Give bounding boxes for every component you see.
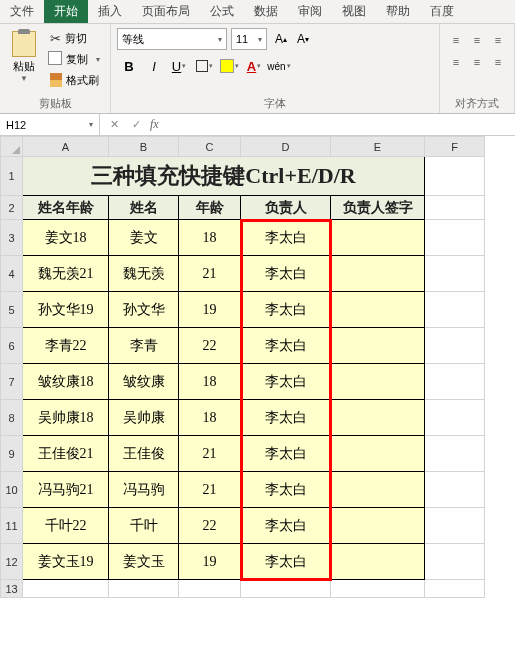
cell[interactable]	[331, 544, 425, 580]
font-name-select[interactable]: 等线▾	[117, 28, 227, 50]
table-header[interactable]: 负责人	[241, 196, 331, 220]
cell[interactable]: 李太白	[241, 508, 331, 544]
col-header-C[interactable]: C	[179, 137, 241, 157]
cell[interactable]	[331, 364, 425, 400]
cell[interactable]: 李青	[109, 328, 179, 364]
tab-文件[interactable]: 文件	[0, 0, 44, 23]
cell[interactable]	[331, 328, 425, 364]
row-header-11[interactable]: 11	[1, 508, 23, 544]
col-header-E[interactable]: E	[331, 137, 425, 157]
cell[interactable]: 魏无羡21	[23, 256, 109, 292]
cell[interactable]: 姜文玉	[109, 544, 179, 580]
name-box[interactable]: H12▾	[0, 114, 100, 135]
paste-button[interactable]: 粘贴 ▼	[6, 28, 42, 90]
cell[interactable]: 李太白	[241, 256, 331, 292]
cell[interactable]: 18	[179, 220, 241, 256]
table-header[interactable]: 姓名年龄	[23, 196, 109, 220]
cell[interactable]: 李太白	[241, 292, 331, 328]
cell[interactable]: 孙文华19	[23, 292, 109, 328]
cell[interactable]: 姜文	[109, 220, 179, 256]
row-header-8[interactable]: 8	[1, 400, 23, 436]
cell[interactable]: 22	[179, 508, 241, 544]
row-header-4[interactable]: 4	[1, 256, 23, 292]
cell[interactable]: 李青22	[23, 328, 109, 364]
col-header-F[interactable]: F	[425, 137, 485, 157]
tab-页面布局[interactable]: 页面布局	[132, 0, 200, 23]
cell[interactable]: 王佳俊21	[23, 436, 109, 472]
row-header-5[interactable]: 5	[1, 292, 23, 328]
tab-插入[interactable]: 插入	[88, 0, 132, 23]
select-all[interactable]	[1, 137, 23, 157]
cell[interactable]: 孙文华	[109, 292, 179, 328]
cell[interactable]: 姜文玉19	[23, 544, 109, 580]
col-header-A[interactable]: A	[23, 137, 109, 157]
copy-button[interactable]: 复制▾	[46, 49, 104, 69]
cell[interactable]: 19	[179, 544, 241, 580]
cell[interactable]: 皱纹康	[109, 364, 179, 400]
cell[interactable]: 18	[179, 400, 241, 436]
align-center-button[interactable]: ≡	[467, 52, 487, 72]
table-header[interactable]: 姓名	[109, 196, 179, 220]
tab-审阅[interactable]: 审阅	[288, 0, 332, 23]
cell[interactable]: 19	[179, 292, 241, 328]
tab-视图[interactable]: 视图	[332, 0, 376, 23]
row-header-13[interactable]: 13	[1, 580, 23, 598]
cell[interactable]: 姜文18	[23, 220, 109, 256]
cell[interactable]: 吴帅康18	[23, 400, 109, 436]
row-header-3[interactable]: 3	[1, 220, 23, 256]
cell[interactable]: 李太白	[241, 364, 331, 400]
cut-button[interactable]: ✂剪切	[46, 28, 104, 48]
cell[interactable]: 李太白	[241, 436, 331, 472]
cell[interactable]: 李太白	[241, 400, 331, 436]
table-header[interactable]: 负责人签字	[331, 196, 425, 220]
row-header-2[interactable]: 2	[1, 196, 23, 220]
formula-bar[interactable]	[165, 119, 509, 131]
row-header-6[interactable]: 6	[1, 328, 23, 364]
cell[interactable]: 李太白	[241, 544, 331, 580]
cell[interactable]: 21	[179, 472, 241, 508]
border-button[interactable]: ▾	[192, 54, 216, 78]
cell[interactable]: 千叶22	[23, 508, 109, 544]
italic-button[interactable]: I	[142, 54, 166, 78]
align-right-button[interactable]: ≡	[488, 52, 508, 72]
table-header[interactable]: 年龄	[179, 196, 241, 220]
align-top-button[interactable]: ≡	[446, 30, 466, 50]
format-painter-button[interactable]: 格式刷	[46, 70, 104, 90]
row-header-1[interactable]: 1	[1, 157, 23, 196]
enter-formula-button[interactable]: ✓	[128, 118, 144, 131]
cell[interactable]	[331, 508, 425, 544]
row-header-12[interactable]: 12	[1, 544, 23, 580]
font-color-button[interactable]: A▾	[242, 54, 266, 78]
phonetic-button[interactable]: wén▾	[267, 54, 291, 78]
cell[interactable]: 吴帅康	[109, 400, 179, 436]
cell[interactable]: 冯马驹21	[23, 472, 109, 508]
cell[interactable]: 千叶	[109, 508, 179, 544]
cell[interactable]: 魏无羡	[109, 256, 179, 292]
align-bottom-button[interactable]: ≡	[488, 30, 508, 50]
font-size-select[interactable]: 11▾	[231, 28, 267, 50]
cell[interactable]: 李太白	[241, 328, 331, 364]
underline-button[interactable]: U▾	[167, 54, 191, 78]
row-header-10[interactable]: 10	[1, 472, 23, 508]
cell[interactable]: 冯马驹	[109, 472, 179, 508]
col-header-B[interactable]: B	[109, 137, 179, 157]
cell[interactable]: 李太白	[241, 220, 331, 256]
row-header-9[interactable]: 9	[1, 436, 23, 472]
cell[interactable]	[331, 220, 425, 256]
tab-百度[interactable]: 百度	[420, 0, 464, 23]
cell[interactable]	[331, 436, 425, 472]
cell[interactable]	[331, 400, 425, 436]
cell[interactable]	[331, 256, 425, 292]
cell[interactable]: 18	[179, 364, 241, 400]
tab-数据[interactable]: 数据	[244, 0, 288, 23]
increase-font-button[interactable]: A▴	[271, 28, 291, 50]
cell[interactable]: 21	[179, 436, 241, 472]
tab-帮助[interactable]: 帮助	[376, 0, 420, 23]
decrease-font-button[interactable]: A▾	[293, 28, 313, 50]
cell[interactable]: 王佳俊	[109, 436, 179, 472]
bold-button[interactable]: B	[117, 54, 141, 78]
cancel-formula-button[interactable]: ✕	[106, 118, 122, 131]
cell[interactable]: 皱纹康18	[23, 364, 109, 400]
cell[interactable]	[331, 292, 425, 328]
tab-开始[interactable]: 开始	[44, 0, 88, 23]
